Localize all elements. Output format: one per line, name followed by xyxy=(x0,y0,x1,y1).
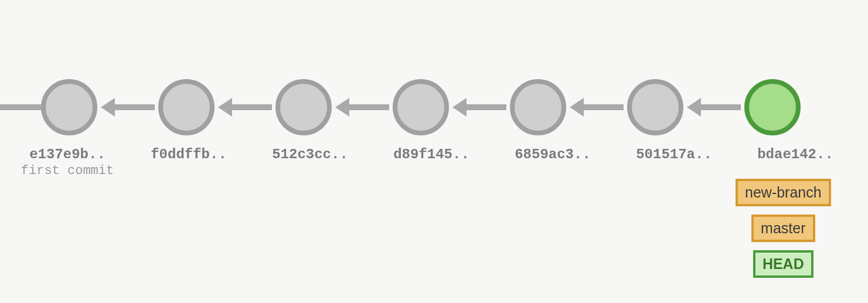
commit-node-1 xyxy=(158,79,215,135)
commit-hash: 512c3cc.. xyxy=(251,147,369,162)
commit-hash: 6859ac3.. xyxy=(494,147,611,162)
arrow-line xyxy=(701,104,741,110)
arrow-left-icon xyxy=(570,98,584,117)
commit-hash: bdae142.. xyxy=(737,147,854,162)
commit-hash: f0ddffb.. xyxy=(130,147,247,162)
commit-label-2: 512c3cc.. xyxy=(251,147,369,162)
arrow-left-icon xyxy=(101,98,115,117)
arrow-left-icon xyxy=(218,98,232,117)
commit-label-6: bdae142.. xyxy=(737,147,854,162)
parent-arrow xyxy=(335,98,389,117)
commit-node-6 xyxy=(744,79,801,135)
arrow-left-icon xyxy=(452,98,467,117)
commit-hash: d89f145.. xyxy=(373,147,490,162)
arrow-line xyxy=(115,104,155,110)
commit-circle xyxy=(158,79,215,135)
arrow-left-icon xyxy=(335,98,349,117)
head-tag: HEAD xyxy=(753,250,813,278)
arrow-line xyxy=(349,104,389,110)
commit-circle-head xyxy=(744,79,801,135)
commit-circle xyxy=(393,79,449,135)
commit-label-5: 501517a.. xyxy=(615,147,733,162)
parent-arrow xyxy=(570,98,624,117)
commit-label-4: 6859ac3.. xyxy=(494,147,611,162)
commit-node-5 xyxy=(627,79,683,135)
arrow-left-icon xyxy=(687,98,701,117)
commit-hash: e137e9b.. xyxy=(9,147,126,162)
commit-row xyxy=(0,79,868,135)
commit-circle xyxy=(627,79,683,135)
branch-tag-master: master xyxy=(751,215,815,242)
commit-hash: 501517a.. xyxy=(615,147,733,162)
commit-node-3 xyxy=(393,79,449,135)
refs-column: new-branch master HEAD xyxy=(736,179,831,278)
commit-label-0: e137e9b.. first commit xyxy=(9,147,126,178)
arrow-line xyxy=(584,104,624,110)
commit-label-3: d89f145.. xyxy=(373,147,490,162)
arrow-line xyxy=(232,104,272,110)
commit-circle xyxy=(510,79,566,135)
parent-arrow xyxy=(101,98,155,117)
commit-circle xyxy=(275,79,332,135)
commit-node-0 xyxy=(41,79,97,135)
history-continuation-line xyxy=(0,104,41,110)
parent-arrow xyxy=(452,98,506,117)
commit-circle xyxy=(41,79,97,135)
parent-arrow xyxy=(218,98,272,117)
commit-message: first commit xyxy=(9,164,126,178)
arrow-line xyxy=(467,104,506,110)
parent-arrow xyxy=(687,98,741,117)
commit-node-4 xyxy=(510,79,566,135)
commit-node-2 xyxy=(275,79,332,135)
commit-label-1: f0ddffb.. xyxy=(130,147,247,162)
branch-tag-new-branch: new-branch xyxy=(736,179,831,206)
